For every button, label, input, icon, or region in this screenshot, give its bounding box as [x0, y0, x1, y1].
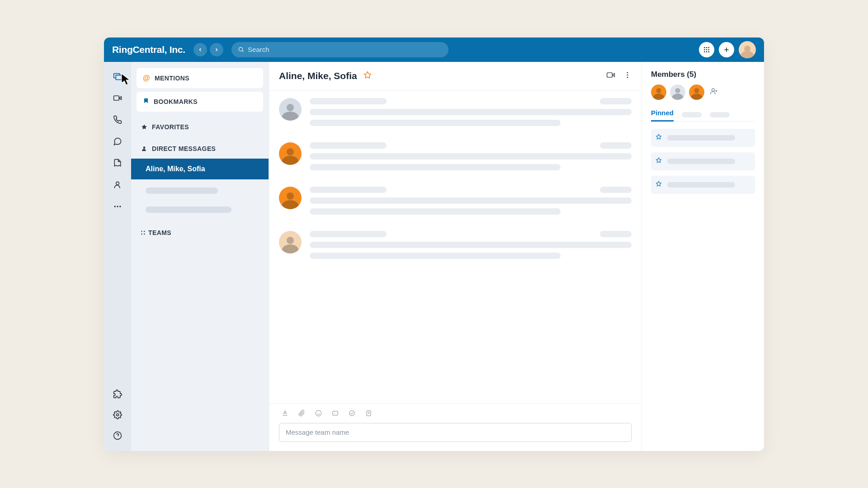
more-options-icon[interactable] — [623, 71, 632, 81]
svg-point-36 — [349, 410, 354, 415]
tab-placeholder — [710, 112, 730, 117]
svg-point-20 — [119, 206, 121, 207]
app-body: @ MENTIONS BOOKMARKS FAVORITES DIRECT ME… — [104, 62, 764, 451]
plus-icon — [723, 46, 730, 53]
sidebar-dm-header[interactable]: DIRECT MESSAGES — [137, 137, 263, 155]
sidebar-bookmarks-label: BOOKMARKS — [154, 98, 198, 105]
rail-chat-icon[interactable] — [111, 135, 124, 148]
new-button[interactable] — [719, 42, 734, 57]
tab-pinned[interactable]: Pinned — [651, 109, 674, 122]
nav-forward-button[interactable] — [210, 43, 223, 56]
message-list[interactable] — [269, 91, 642, 403]
tab-placeholder — [682, 112, 702, 117]
svg-point-5 — [704, 49, 705, 50]
composer-area — [269, 403, 642, 451]
emoji-icon[interactable] — [315, 410, 322, 418]
search-field[interactable] — [231, 42, 448, 57]
svg-point-40 — [712, 89, 715, 91]
sidebar-favorites-header[interactable]: FAVORITES — [137, 115, 263, 133]
search-icon — [238, 46, 244, 53]
rail-message-icon[interactable] — [111, 70, 124, 83]
note-icon[interactable] — [365, 410, 372, 418]
conversation-header: Aline, Mike, Sofia — [269, 62, 642, 91]
pin-icon — [656, 157, 662, 165]
svg-point-31 — [627, 77, 628, 78]
app-window: RingCentral, Inc. — [104, 38, 764, 451]
task-icon[interactable] — [349, 410, 355, 418]
svg-point-32 — [316, 410, 321, 416]
member-avatar[interactable] — [651, 84, 666, 100]
format-icon[interactable] — [282, 410, 288, 418]
pin-icon — [656, 134, 662, 142]
svg-rect-27 — [607, 73, 613, 77]
rail-phone-icon[interactable] — [111, 113, 124, 126]
pinned-item[interactable] — [651, 152, 755, 170]
svg-point-17 — [116, 182, 119, 185]
svg-point-25 — [143, 146, 146, 149]
svg-rect-35 — [333, 411, 338, 415]
topbar-right — [699, 41, 756, 58]
attach-icon[interactable] — [298, 410, 305, 418]
sidebar-teams-header[interactable]: ∷ TEAMS — [137, 221, 263, 239]
svg-point-7 — [708, 49, 709, 50]
bookmark-icon — [143, 98, 149, 105]
svg-point-6 — [706, 49, 708, 50]
rail-video-icon[interactable] — [111, 92, 124, 104]
sidebar-dm-label: DIRECT MESSAGES — [152, 145, 216, 152]
members-title: Members (5) — [651, 70, 755, 79]
message-avatar — [279, 231, 302, 253]
conversation-title: Aline, Mike, Sofia — [279, 70, 357, 81]
dm-item-active[interactable]: Aline, Mike, Sofia — [131, 159, 269, 179]
svg-point-29 — [627, 72, 628, 73]
composer-toolbar — [279, 408, 632, 423]
teams-icon: ∷ — [141, 229, 144, 236]
svg-marker-26 — [364, 72, 371, 78]
svg-point-10 — [708, 51, 709, 52]
favorite-star-icon[interactable] — [363, 71, 372, 81]
pin-icon — [656, 181, 662, 189]
star-icon — [141, 124, 147, 130]
start-video-icon[interactable] — [606, 70, 615, 81]
gif-icon[interactable] — [332, 410, 339, 418]
message-avatar — [279, 142, 302, 165]
rail-notes-icon[interactable] — [111, 157, 124, 169]
nav-back-button[interactable] — [193, 43, 207, 56]
svg-point-8 — [704, 51, 705, 52]
user-avatar[interactable] — [739, 41, 756, 58]
sidebar-mentions-label: MENTIONS — [155, 75, 189, 82]
sidebar-mentions[interactable]: @ MENTIONS — [137, 68, 263, 88]
rail-more-icon[interactable] — [111, 200, 124, 213]
rail-help-icon[interactable] — [111, 429, 124, 442]
topbar: RingCentral, Inc. — [104, 38, 764, 62]
add-member-icon[interactable] — [710, 87, 718, 97]
member-avatar[interactable] — [670, 84, 685, 100]
pinned-item[interactable] — [651, 129, 755, 147]
svg-line-1 — [242, 51, 244, 52]
composer-input[interactable] — [286, 428, 625, 436]
pinned-item[interactable] — [651, 176, 755, 194]
search-input[interactable] — [248, 46, 442, 53]
dialpad-icon — [703, 46, 710, 53]
sidebar: @ MENTIONS BOOKMARKS FAVORITES DIRECT ME… — [131, 62, 269, 451]
rail-settings-icon[interactable] — [111, 408, 124, 421]
nav-rail — [104, 62, 131, 451]
svg-point-4 — [708, 47, 709, 48]
mention-icon: @ — [143, 74, 150, 82]
svg-rect-15 — [113, 96, 119, 100]
composer[interactable] — [279, 423, 632, 442]
svg-point-2 — [704, 47, 705, 48]
message-item — [279, 142, 632, 170]
svg-rect-14 — [116, 75, 122, 80]
message-avatar — [279, 98, 302, 121]
member-avatar[interactable] — [689, 84, 704, 100]
rail-contacts-icon[interactable] — [111, 178, 124, 191]
rail-apps-icon[interactable] — [111, 388, 124, 400]
sidebar-bookmarks[interactable]: BOOKMARKS — [137, 92, 263, 112]
message-avatar — [279, 187, 302, 209]
svg-point-3 — [706, 47, 708, 48]
nav-buttons — [193, 43, 223, 56]
svg-marker-24 — [142, 124, 147, 129]
dialpad-button[interactable] — [699, 42, 714, 57]
svg-point-30 — [627, 75, 628, 76]
sidebar-favorites-label: FAVORITES — [152, 123, 189, 131]
